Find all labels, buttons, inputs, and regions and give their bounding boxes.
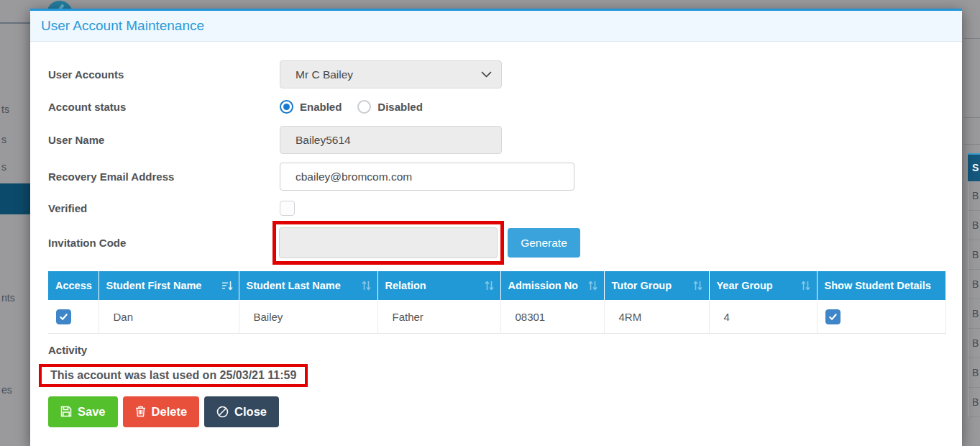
background-table-row: B	[968, 299, 980, 329]
background-table-row: B	[968, 358, 980, 388]
modal-header: User Account Maintenance	[30, 11, 962, 42]
column-header-first-name[interactable]: Student First Name	[99, 271, 239, 301]
first-name-cell: Dan	[99, 301, 239, 333]
verified-row: Verified	[48, 201, 945, 216]
background-table-row: B	[968, 240, 980, 270]
background-table: B B B B B B B B	[968, 181, 980, 417]
sort-both-icon	[587, 281, 598, 291]
activity-annotation-box: This account was last used on 25/03/21 1…	[39, 364, 308, 387]
radio-enabled[interactable]	[280, 100, 293, 114]
sort-both-icon	[692, 281, 703, 291]
access-cell	[48, 301, 99, 333]
sort-desc-icon	[221, 281, 233, 291]
invitation-code-input[interactable]	[279, 227, 498, 258]
sidebar-item-fragment: nts	[1, 292, 15, 304]
sidebar-item-fragment: s	[1, 161, 6, 173]
column-header-year-group[interactable]: Year Group	[709, 271, 817, 301]
last-name-cell: Bailey	[239, 301, 377, 333]
delete-button[interactable]: Delete	[123, 396, 200, 427]
modal-body: User Accounts Mr C Bailey Account status…	[30, 60, 962, 427]
sort-both-icon	[800, 281, 811, 291]
sidebar-item-fragment: s	[1, 134, 6, 145]
column-header-tutor-group[interactable]: Tutor Group	[604, 271, 709, 301]
modal-footer-buttons: Save Delete Close	[48, 396, 945, 427]
admission-no-cell: 08301	[500, 301, 604, 333]
sidebar-item-fragment: es	[1, 384, 12, 396]
sort-both-icon	[484, 281, 495, 291]
account-status-label: Account status	[48, 101, 280, 113]
activity-label: Activity	[48, 344, 945, 356]
students-table: Access Student First Name Student Last N…	[48, 271, 946, 334]
table-row: Dan Bailey Father 08301 4RM 4	[48, 301, 945, 333]
background-table-row: B	[968, 270, 980, 299]
user-name-input[interactable]: Bailey5614	[280, 126, 502, 154]
user-accounts-select[interactable]: Mr C Bailey	[280, 60, 502, 88]
user-name-row: User Name Bailey5614	[48, 126, 945, 154]
show-details-cell	[817, 301, 945, 333]
radio-disabled-label: Disabled	[377, 101, 423, 113]
background-divider	[964, 38, 980, 39]
show-details-checkbox[interactable]	[825, 309, 841, 324]
check-icon	[59, 312, 68, 322]
column-header-last-name[interactable]: Student Last Name	[239, 271, 377, 301]
user-accounts-selected-value: Mr C Bailey	[296, 68, 481, 81]
column-header-access: Access	[48, 271, 99, 301]
background-divider	[964, 117, 980, 118]
sort-both-icon	[361, 281, 372, 291]
background-divider	[0, 22, 30, 24]
cancel-icon	[216, 406, 229, 418]
sidebar-item-fragment: ts	[1, 104, 9, 115]
tutor-group-cell: 4RM	[604, 301, 709, 333]
invitation-code-annotation-box	[273, 221, 504, 265]
background-table-header: S	[968, 153, 980, 181]
sidebar-selected-item	[0, 183, 30, 214]
invitation-code-row: Invitation Code Generate	[48, 221, 945, 265]
access-checkbox[interactable]	[56, 309, 71, 324]
recovery-email-label: Recovery Email Address	[48, 170, 280, 183]
background-table-row: B	[968, 181, 980, 211]
background-table-row: B	[968, 388, 980, 417]
generate-button[interactable]: Generate	[508, 228, 580, 258]
recovery-email-input[interactable]: cbailey@bromcom.com	[280, 163, 574, 191]
relation-cell: Father	[377, 301, 500, 333]
column-header-relation[interactable]: Relation	[377, 271, 500, 301]
user-accounts-row: User Accounts Mr C Bailey	[48, 60, 945, 88]
check-icon	[828, 312, 838, 322]
radio-disabled[interactable]	[357, 100, 371, 114]
column-header-show-details: Show Student Details	[817, 271, 945, 301]
save-button[interactable]: Save	[48, 396, 118, 427]
table-header-row: Access Student First Name Student Last N…	[48, 271, 945, 301]
background-table-row: B	[968, 329, 980, 358]
recovery-email-row: Recovery Email Address cbailey@bromcom.c…	[48, 163, 945, 191]
verified-checkbox[interactable]	[280, 201, 295, 216]
invitation-code-label: Invitation Code	[48, 237, 280, 249]
user-accounts-label: User Accounts	[48, 68, 280, 81]
trash-icon	[135, 406, 146, 417]
modal-title: User Account Maintenance	[41, 18, 204, 34]
close-button[interactable]: Close	[204, 396, 279, 427]
account-status-row: Account status Enabled Disabled	[48, 100, 945, 114]
radio-enabled-label: Enabled	[300, 101, 342, 113]
user-account-maintenance-modal: User Account Maintenance User Accounts M…	[30, 9, 962, 446]
background-divider	[964, 144, 980, 145]
verified-label: Verified	[48, 202, 280, 214]
year-group-cell: 4	[709, 301, 817, 333]
chevron-down-icon	[481, 71, 492, 78]
column-header-admission-no[interactable]: Admission No	[500, 271, 604, 301]
save-icon	[60, 406, 72, 417]
user-name-label: User Name	[48, 134, 280, 146]
background-table-row: B	[968, 211, 980, 240]
activity-message: This account was last used on 25/03/21 1…	[50, 369, 296, 381]
